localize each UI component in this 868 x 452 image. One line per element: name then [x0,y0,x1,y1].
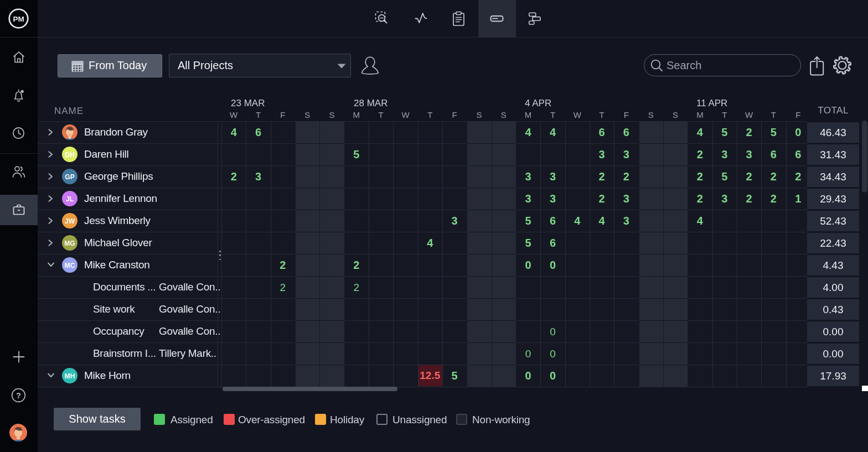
svg-text:PM: PM [13,15,24,23]
svg-text:MH: MH [65,372,75,380]
svg-text:DH: DH [65,151,74,159]
svg-text:GP: GP [65,173,74,181]
svg-text:MG: MG [64,240,75,247]
svg-text:JL: JL [66,195,74,203]
svg-text:JW: JW [65,217,75,225]
svg-text:?: ? [16,391,21,400]
svg-text:MC: MC [65,262,75,269]
